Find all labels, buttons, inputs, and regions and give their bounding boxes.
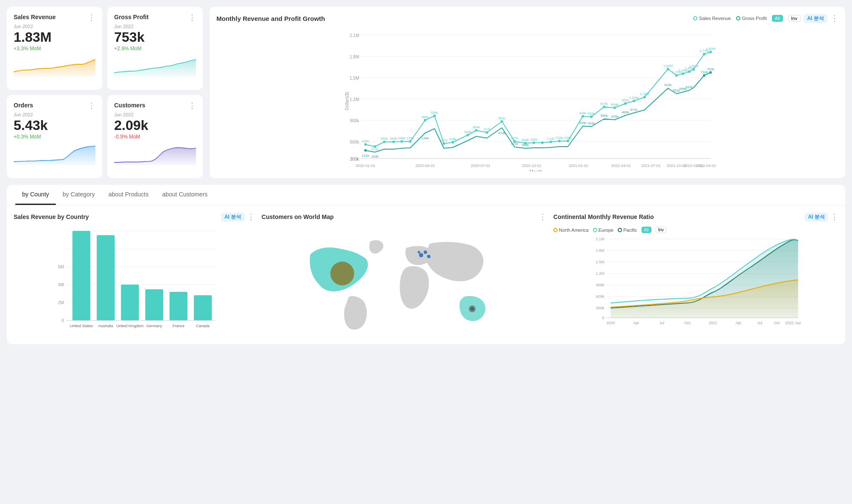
svg-rect-128: [97, 235, 115, 320]
svg-text:Germany: Germany: [147, 324, 163, 328]
dots-menu-sales-revenue[interactable]: ⋮: [88, 14, 95, 21]
main-chart-svg-container: 2.1M 1.8M 1.5M 1.2M 900k 600k 300k 300k …: [216, 26, 838, 171]
svg-rect-132: [194, 295, 212, 320]
svg-text:2020-07-01: 2020-07-01: [471, 164, 490, 168]
svg-text:753k: 753k: [707, 67, 714, 71]
svg-text:Canada: Canada: [196, 324, 210, 328]
svg-text:233k: 233k: [556, 136, 563, 140]
svg-text:Australia: Australia: [98, 324, 113, 328]
legend-label-profit: Gross Profit: [742, 16, 767, 21]
tab-about-customers[interactable]: about Customers: [155, 185, 215, 205]
svg-text:626k: 626k: [685, 85, 693, 89]
dots-menu-gross-profit[interactable]: ⋮: [188, 14, 196, 21]
ai-badge-continental[interactable]: AI 분석: [805, 213, 828, 222]
svg-text:600k: 600k: [596, 294, 604, 299]
svg-point-36: [452, 141, 454, 144]
tab-about-products[interactable]: about Products: [102, 185, 155, 205]
tab-by-category[interactable]: by Category: [56, 185, 101, 205]
svg-text:Month: Month: [530, 169, 543, 171]
svg-point-44: [541, 141, 544, 144]
svg-text:600k: 600k: [350, 140, 360, 144]
svg-text:534k: 534k: [587, 112, 595, 115]
kpi-title-gross-profit: Gross Profit: [114, 14, 149, 20]
svg-text:Apr: Apr: [735, 321, 741, 325]
dots-menu-orders[interactable]: ⋮: [88, 102, 95, 109]
svg-text:425k: 425k: [611, 115, 619, 118]
bar-chart-header: Sales Revenue by Country AI 분석 ⋮: [14, 212, 255, 222]
svg-text:2020-04-01: 2020-04-01: [415, 164, 435, 168]
svg-point-139: [331, 262, 354, 285]
tab-by-county[interactable]: by County: [15, 185, 56, 205]
svg-point-40: [501, 120, 503, 123]
svg-text:1.64M: 1.64M: [663, 64, 673, 68]
continental-toggle-all[interactable]: All: [642, 227, 651, 233]
svg-point-33: [424, 119, 426, 121]
kpi-title-sales-revenue: Sales Revenue: [14, 14, 56, 20]
legend-toggle-inv[interactable]: Inv: [788, 15, 800, 22]
svg-point-30: [392, 141, 395, 143]
legend-europe: Europe: [593, 228, 613, 233]
dots-menu-customers[interactable]: ⋮: [188, 102, 196, 109]
svg-text:2021: 2021: [708, 321, 717, 325]
svg-rect-130: [145, 289, 163, 320]
svg-text:2021-04-01: 2021-04-01: [611, 164, 631, 168]
world-map-header: Customers on World Map ⋮: [262, 212, 547, 222]
svg-point-38: [475, 129, 478, 132]
kpi-change-customers: -0.9% MoM: [114, 134, 196, 140]
svg-point-54: [643, 96, 646, 98]
kpi-card-header: Orders ⋮: [14, 102, 95, 109]
continental-toggle-inv[interactable]: Inv: [656, 227, 666, 233]
svg-text:0: 0: [602, 316, 604, 320]
svg-point-46: [558, 140, 561, 142]
svg-point-32: [409, 140, 412, 143]
svg-text:France: France: [173, 324, 184, 328]
svg-text:237k: 237k: [511, 136, 518, 140]
sparkline-sales: [14, 56, 95, 77]
legend-label-eu: Europe: [599, 228, 613, 233]
svg-text:2022: 2022: [785, 321, 794, 325]
kpi-card-header: Customers ⋮: [114, 102, 196, 109]
svg-text:Oct: Oct: [684, 321, 691, 325]
legend-toggle-all[interactable]: All: [772, 15, 783, 22]
main-chart-card: Monthly Revenue and Profit Growth Sales …: [210, 7, 845, 178]
svg-text:228k: 228k: [564, 136, 572, 140]
main-chart-header: Monthly Revenue and Profit Growth Sales …: [216, 14, 838, 23]
ai-badge-main[interactable]: AI 분석: [804, 14, 827, 23]
kpi-date-sales: Jun 2022: [14, 24, 95, 29]
bar-chart-svg: 0 2M 4M 6M: [14, 227, 255, 337]
continental-chart-svg: 0 300k 600k 900k 1.2M 1.5M 1.8M 2.1M 202…: [553, 235, 838, 328]
svg-text:134k: 134k: [421, 136, 429, 140]
svg-text:300k: 300k: [350, 157, 360, 161]
dots-menu-continental[interactable]: ⋮: [831, 212, 838, 222]
svg-point-34: [433, 115, 436, 117]
ai-badge-bar[interactable]: AI 분석: [221, 213, 245, 222]
world-map-controls: ⋮: [539, 212, 547, 222]
svg-text:6M: 6M: [58, 265, 64, 269]
svg-text:Apr: Apr: [795, 321, 801, 325]
kpi-value-orders: 5.43k: [14, 118, 95, 133]
svg-text:333k: 333k: [587, 121, 595, 125]
legend-item-sales: Sales Revenue: [693, 16, 731, 21]
svg-text:2020-01-01: 2020-01-01: [356, 164, 375, 168]
svg-point-61: [709, 51, 712, 53]
svg-point-31: [400, 140, 403, 143]
svg-text:182k: 182k: [521, 138, 529, 142]
dots-menu-main-chart[interactable]: ⋮: [831, 14, 838, 23]
svg-point-58: [688, 70, 691, 73]
dots-menu-bar[interactable]: ⋮: [247, 212, 255, 222]
svg-text:536k: 536k: [431, 111, 438, 115]
dots-menu-map[interactable]: ⋮: [539, 212, 547, 222]
legend-dot-eu: [593, 228, 597, 232]
svg-text:1.83M: 1.83M: [706, 47, 716, 51]
kpi-change-orders: +0.3% MoM: [14, 134, 95, 140]
svg-point-29: [383, 141, 386, 143]
svg-text:2M: 2M: [58, 300, 64, 305]
dashboard: Sales Revenue ⋮ Jun 2022 1.83M +3.3% MoM: [0, 0, 852, 351]
svg-point-57: [682, 72, 684, 75]
svg-text:344k: 344k: [464, 130, 472, 134]
legend-dot-na: [553, 228, 558, 232]
svg-text:4M: 4M: [58, 282, 64, 287]
svg-text:United States: United States: [70, 324, 93, 328]
svg-text:2020-10-01: 2020-10-01: [522, 164, 541, 168]
svg-text:1.03M: 1.03M: [629, 96, 639, 100]
